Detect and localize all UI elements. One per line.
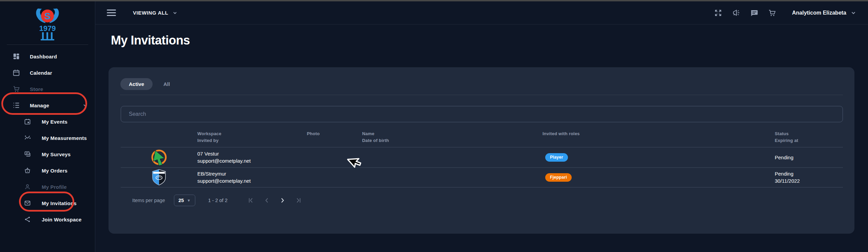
role-badge[interactable]: Fjeppari [545,173,572,182]
sidebar-item-my-invitations[interactable]: My Invitations [0,195,95,211]
measurements-chart-icon [24,134,31,142]
share-icon [24,216,31,223]
workspace-name: 07 Vestur [197,150,307,157]
sidebar-item-label: Store [30,86,43,92]
sidebar: S 1979 Dashboard Calendar [0,1,95,252]
sidebar-item-calendar[interactable]: Calendar [0,65,95,81]
column-header-spacer [121,130,197,144]
svg-text:S: S [44,11,51,21]
sidebar-item-label: My Invitations [42,200,77,206]
first-page-button[interactable] [247,196,255,204]
status-text: Pending [775,170,843,177]
sidebar-item-label: My Profile [42,184,67,190]
invitations-card: Active All WorkspaceInvited by Photo Nam… [108,67,854,234]
select-caret-icon: ▼ [187,198,191,202]
role-badge[interactable]: Player [545,153,568,162]
items-per-page-label: Items per page [132,198,165,203]
tab-active[interactable]: Active [120,78,153,90]
viewing-all-label: VIEWING ALL [133,10,168,16]
last-page-button[interactable] [294,196,302,204]
workspace-cell: 07 Vestur support@cometplay.net [197,150,307,164]
roles-cell: Fjeppari [542,173,775,182]
workspace-cell: EB/Streymur support@cometplay.net [197,170,307,184]
page-size-value: 25 [178,198,184,203]
menu-hamburger-icon[interactable] [107,10,116,16]
invitations-envelope-icon [24,199,31,207]
chat-icon[interactable] [750,8,758,17]
sidebar-item-store[interactable]: Store [0,81,95,97]
column-header-workspace: WorkspaceInvited by [197,130,307,144]
sidebar-item-label: My Orders [42,168,67,174]
main-area: VIEWING ALL Analyticom [95,1,868,252]
sidebar-item-dashboard[interactable]: Dashboard [0,48,95,65]
app-root: S 1979 Dashboard Calendar [0,1,868,252]
fsf-logo: S 1979 [33,6,62,42]
calendar-icon [12,69,20,77]
sidebar-item-manage[interactable]: Manage [0,97,95,113]
list-icon [12,101,20,109]
tab-all[interactable]: All [161,81,172,87]
user-menu[interactable]: Analyticom Elizabeta [792,10,856,16]
status-cell: Pending [775,154,843,161]
expiring-at-text: 30/11/2022 [775,177,843,184]
cart-icon[interactable] [768,8,776,17]
sidebar-item-label: Join Workspace [42,217,82,222]
paginator: Items per page 25 ▼ 1 - 2 of 2 [132,194,302,206]
pagination-controls [240,196,302,204]
next-page-button[interactable] [278,196,287,204]
fullscreen-icon[interactable] [714,8,723,17]
profile-person-icon [24,183,31,191]
chevron-down-icon [850,10,856,16]
column-header-name: NameDate of birth [362,130,542,144]
surveys-forum-icon [24,150,31,158]
page-size-select[interactable]: 25 ▼ [174,195,195,206]
sidebar-item-my-events[interactable]: My Events [0,113,95,130]
store-cart-icon [12,85,20,93]
table-row[interactable]: 07 Vestur support@cometplay.net Player P… [121,147,843,167]
invited-by: support@cometplay.net [197,177,307,184]
sidebar-item-my-profile[interactable]: My Profile [0,179,95,195]
status-text: Pending [775,154,843,161]
viewing-all-dropdown[interactable]: VIEWING ALL [133,10,178,16]
svg-text:1979: 1979 [39,24,56,33]
search-input[interactable] [121,106,843,122]
topbar-right: Analyticom Elizabeta [705,8,856,17]
sidebar-nav: Dashboard Calendar Store Manage [0,45,95,228]
table-row[interactable]: EB/Streymur support@cometplay.net Fjeppa… [121,167,843,187]
chevron-down-icon [172,10,178,16]
sidebar-item-join-workspace[interactable]: Join Workspace [0,211,95,228]
sidebar-item-label: Dashboard [30,54,57,59]
topbar: VIEWING ALL Analyticom [95,1,868,24]
column-header-roles: Invited with roles [542,130,775,144]
page-range-label: 1 - 2 of 2 [208,198,228,203]
table-header-row: WorkspaceInvited by Photo NameDate of bi… [121,130,843,144]
dashboard-icon [12,52,20,60]
column-header-photo: Photo [307,130,362,144]
roles-cell: Player [542,153,775,162]
sidebar-item-label: My Events [42,119,67,125]
invited-by: support@cometplay.net [197,157,307,164]
table-divider [121,187,843,187]
user-name: Analyticom Elizabeta [792,10,846,16]
page-title: My Invitations [111,33,190,48]
event-calendar-icon [24,118,31,125]
sidebar-item-label: Calendar [30,70,52,76]
column-header-status: StatusExpiring at [775,130,843,144]
chevron-down-icon [83,103,87,108]
sidebar-item-my-measurements[interactable]: My Measurements [0,130,95,146]
status-cell: Pending 30/11/2022 [775,170,843,184]
logo-area: S 1979 [7,1,88,45]
workspace-logo-07-vestur [121,148,197,166]
sidebar-item-my-surveys[interactable]: My Surveys [0,146,95,162]
sidebar-item-label: My Measurements [42,135,87,141]
sidebar-item-my-orders[interactable]: My Orders [0,162,95,179]
tabs: Active All [120,78,172,90]
sidebar-item-label: Manage [30,103,49,108]
sidebar-item-label: My Surveys [42,151,71,157]
workspace-name: EB/Streymur [197,170,307,177]
orders-basket-icon [24,167,31,174]
announcement-megaphone-icon[interactable] [732,8,741,17]
previous-page-button[interactable] [263,196,271,204]
workspace-logo-eb-streymur [121,169,197,186]
tabs-divider [120,95,843,95]
